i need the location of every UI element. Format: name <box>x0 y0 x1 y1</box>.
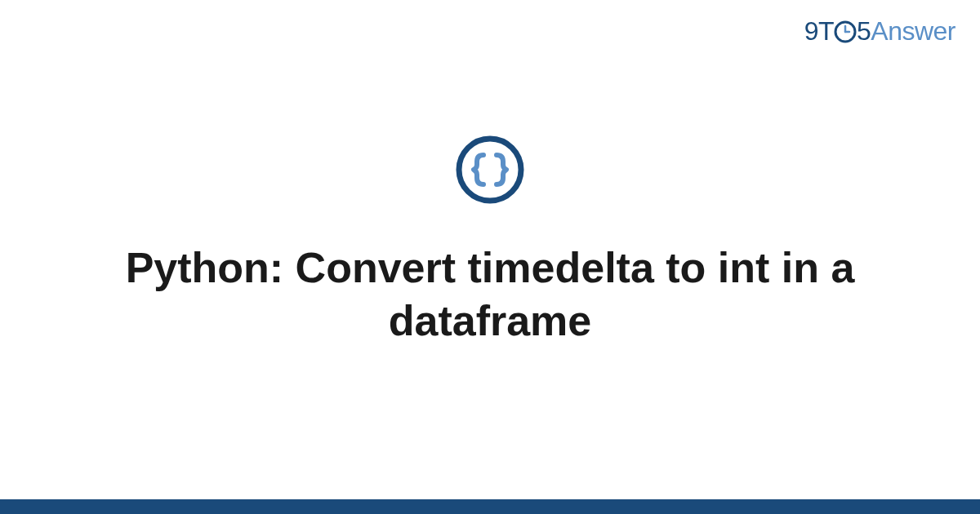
code-braces-icon <box>454 134 526 209</box>
footer-accent-bar <box>0 499 980 514</box>
page-title: Python: Convert timedelta to int in a da… <box>82 241 898 348</box>
svg-point-3 <box>459 139 521 201</box>
main-content: Python: Convert timedelta to int in a da… <box>0 0 980 514</box>
